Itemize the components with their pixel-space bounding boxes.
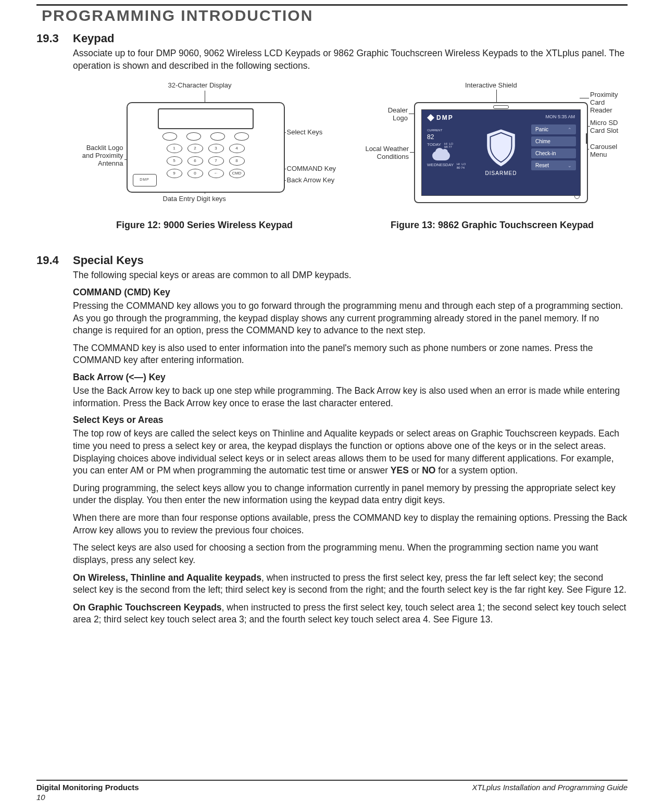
digit-key[interactable]: 4 <box>229 144 245 153</box>
digit-key[interactable]: 3 <box>208 144 224 153</box>
heading-select-keys: Select Keys or Areas <box>73 415 628 426</box>
select-key[interactable] <box>162 132 177 141</box>
select-p3: When there are more than four response o… <box>73 512 628 536</box>
digit-key[interactable]: 9 <box>167 169 182 178</box>
figure-13-caption: Figure 13: 9862 Graphic Touchscreen Keyp… <box>391 220 594 231</box>
page-footer: Digital Monitoring Products XTLplus Inst… <box>36 780 628 802</box>
keypad-select-row <box>162 132 249 141</box>
select-p6: On Graphic Touchscreen Keypads, when ins… <box>73 602 628 626</box>
command-key[interactable]: CMD <box>229 169 245 178</box>
svg-marker-0 <box>427 114 434 121</box>
cloud-icon <box>432 151 450 160</box>
ann-back-arrow-key: Back Arrow Key <box>287 176 335 184</box>
section-title-keypad: Keypad <box>73 32 628 45</box>
ann-carousel-menu: Carousel Menu <box>590 143 617 158</box>
shield-icon[interactable] <box>483 128 519 168</box>
carousel-item-chime[interactable]: Chime <box>531 136 576 146</box>
ann-prox-reader: Proximity Card Reader <box>590 91 628 114</box>
ann-dealer-logo: Dealer Logo <box>377 106 408 122</box>
select-p4: The select keys are also used for choosi… <box>73 542 628 566</box>
section-number-194: 19.4 <box>36 254 73 631</box>
chevron-down-icon: ⌄ <box>568 163 572 168</box>
select-p2: During programming, the select keys allo… <box>73 482 628 507</box>
section-194-intro: The following special keys or areas are … <box>73 269 628 282</box>
page-header: PROGRAMMING INTRODUCTION <box>42 7 628 24</box>
footer-company: Digital Monitoring Products <box>36 783 139 792</box>
digit-key[interactable]: 2 <box>187 144 203 153</box>
ann-data-entry-keys: Data Entry Digit keys <box>163 195 226 203</box>
figure-12-caption: Figure 12: 9000 Series Wireless Keypad <box>116 220 293 231</box>
back-p1: Use the Back Arrow key to back up one st… <box>73 385 628 409</box>
keypad-9000-body: 1 2 3 4 5 6 7 8 9 0 ← CM <box>127 102 285 193</box>
section-title-special-keys: Special Keys <box>73 254 628 267</box>
digit-key[interactable]: 5 <box>167 156 182 166</box>
select-key[interactable] <box>210 132 225 141</box>
speaker-icon <box>493 105 509 109</box>
chevron-up-icon: ⌃ <box>568 127 572 132</box>
ann-interactive-shield: Interactive Shield <box>465 81 517 89</box>
arming-status: DISARMED <box>485 170 517 176</box>
carousel-menu: Panic⌃ Chime Check-in Rese <box>531 124 576 170</box>
cmd-p2: The COMMAND key is also used to enter in… <box>73 342 628 367</box>
select-p5: On Wireless, Thinline and Aqualite keypa… <box>73 572 628 596</box>
digit-key[interactable]: 6 <box>187 156 203 166</box>
digit-key[interactable]: 7 <box>208 156 224 166</box>
heading-command-key: COMMAND (CMD) Key <box>73 287 628 298</box>
touchscreen-body: DMP MON 5:35 AM CURRENT 82 TODAY HI LO 9… <box>414 102 588 203</box>
ann-local-weather: Local Weather Conditions <box>357 145 409 160</box>
time-bar: MON 5:35 AM <box>545 114 575 119</box>
ann-backlit-logo: Backlit Logo and Proximity Antenna <box>80 144 123 167</box>
figure-13: Interactive Shield Dealer Logo Local Wea… <box>357 81 628 231</box>
digit-key[interactable]: 0 <box>187 169 203 178</box>
ann-command-key: COMMAND Key <box>287 165 336 172</box>
cmd-p1: Pressing the COMMAND key allows you to g… <box>73 300 628 337</box>
keypad-dmp-logo: DMP <box>133 174 157 186</box>
back-arrow-key[interactable]: ← <box>208 169 224 178</box>
sd-card-slot <box>586 133 588 144</box>
footer-guide-title: XTLplus Installation and Programming Gui… <box>472 783 628 792</box>
weather-panel: CURRENT 82 TODAY HI LO 98 77 WEDNESDAY <box>427 129 472 169</box>
footer-page-number: 10 <box>36 793 628 802</box>
keypad-lcd-display <box>158 108 254 129</box>
carousel-item-reset[interactable]: Reset⌄ <box>531 160 576 170</box>
keypad-digit-grid: 1 2 3 4 5 6 7 8 9 0 ← CM <box>167 144 245 178</box>
digit-key[interactable]: 8 <box>229 156 245 166</box>
select-key[interactable] <box>234 132 249 141</box>
ann-sd-slot: Micro SD Card Slot <box>590 119 618 134</box>
carousel-item-checkin[interactable]: Check-in <box>531 148 576 158</box>
section-193-intro: Associate up to four DMP 9060, 9062 Wire… <box>73 47 628 72</box>
section-number-193: 19.3 <box>36 32 73 236</box>
carousel-item-panic[interactable]: Panic⌃ <box>531 124 576 134</box>
ann-32char-display: 32-Character Display <box>168 81 232 89</box>
figure-12: 32-Character Display Select Keys Backlit… <box>73 81 336 231</box>
ann-select-keys: Select Keys <box>287 128 323 136</box>
touchscreen-display[interactable]: DMP MON 5:35 AM CURRENT 82 TODAY HI LO 9… <box>421 109 581 196</box>
select-key[interactable] <box>186 132 201 141</box>
heading-back-arrow-key: Back Arrow (<—) Key <box>73 372 628 383</box>
select-p1: The top row of keys are called the selec… <box>73 428 628 477</box>
dealer-logo: DMP <box>427 114 454 121</box>
digit-key[interactable]: 1 <box>167 144 182 153</box>
